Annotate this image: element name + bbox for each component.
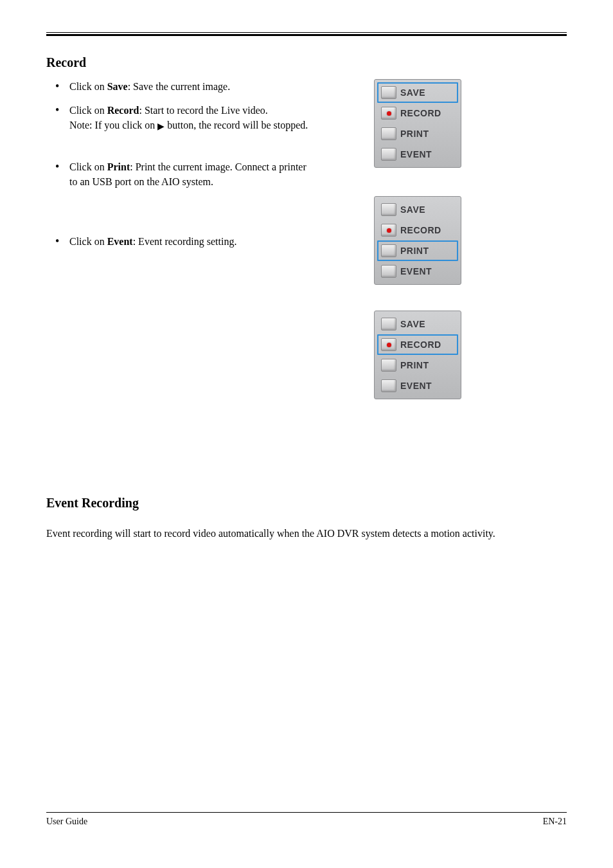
print-button[interactable]: PRINT [377,355,458,375]
record-button[interactable]: RECORD [377,103,458,123]
action-panel: SAVE RECORD PRINT EVENT [374,196,461,285]
event-icon [381,379,396,392]
section-title-record: Record [46,55,567,70]
event-icon [381,148,396,161]
bullet-list: Click on Save: Save the current image. C… [46,79,316,249]
footer-right: EN-21 [543,817,567,827]
save-icon [381,318,396,330]
record-section: Click on Save: Save the current image. C… [46,79,567,425]
save-button[interactable]: SAVE [377,82,458,103]
print-button[interactable]: PRINT [377,123,458,144]
section-title-event: Event Recording [46,496,567,511]
footer-left: User Guide [46,817,87,827]
event-recording-paragraph: Event recording will start to record vid… [46,526,560,541]
event-button[interactable]: EVENT [377,261,458,282]
save-icon [381,203,396,216]
save-button[interactable]: SAVE [377,199,458,220]
print-icon [381,127,396,140]
record-button[interactable]: RECORD [377,220,458,240]
record-icon [381,107,396,120]
print-icon [381,244,396,257]
record-icon [381,224,396,237]
page-footer: User Guide EN-21 [46,812,567,827]
event-button[interactable]: EVENT [377,375,458,396]
save-button[interactable]: SAVE [377,314,458,334]
save-icon [381,86,396,99]
record-button[interactable]: RECORD [377,334,458,355]
action-panel: SAVE RECORD PRINT EVENT [374,79,461,168]
print-button[interactable]: PRINT [377,240,458,261]
list-item: Click on Save: Save the current image. [46,79,316,94]
print-icon [381,359,396,372]
event-icon [381,265,396,278]
action-panel: SAVE RECORD PRINT EVENT [374,311,461,399]
double-rule [46,32,567,36]
list-item: Click on Record: Start to record the Liv… [46,103,316,133]
record-icon [381,338,396,351]
play-icon: ▶ [157,120,164,133]
list-item: Click on Event: Event recording setting. [46,234,316,249]
event-button[interactable]: EVENT [377,144,458,165]
list-item: Click on Print: Print the current image.… [46,159,316,189]
